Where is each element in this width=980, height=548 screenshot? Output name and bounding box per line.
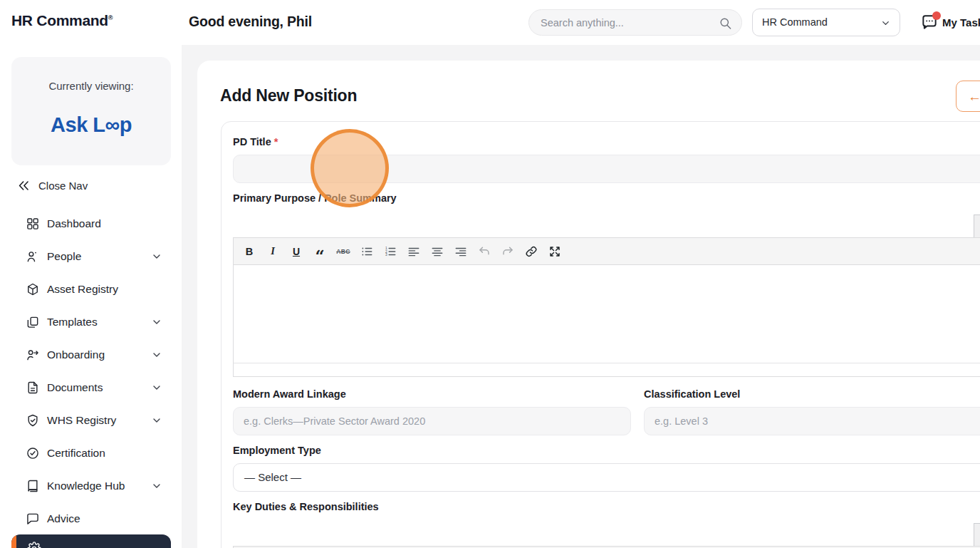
person-plus-icon	[26, 249, 40, 264]
sidebar-item-label: Asset Registry	[47, 283, 118, 296]
sidebar-item-label: People	[47, 250, 81, 263]
tasks-chat-icon	[920, 13, 940, 33]
employment-type-select[interactable]: — Select —	[233, 463, 980, 492]
key-duties-label: Key Duties & Responsibilities	[233, 501, 379, 512]
sidebar-item-label: WHS Registry	[47, 414, 116, 427]
sidebar-item-people[interactable]: People	[11, 240, 171, 273]
sidebar-item-dashboard[interactable]: Dashboard	[11, 207, 171, 240]
primary-purpose-editor: Visual B I U “ ABC 123	[233, 214, 980, 377]
shield-check-icon	[26, 413, 40, 428]
app-screen: HR Command® Good evening, Phil HR Comman…	[0, 0, 980, 548]
sidebar: Currently viewing: Ask L∞p Close Nav Das…	[11, 45, 171, 548]
my-tasks-label: My Tasks	[942, 16, 980, 29]
employment-type-label: Employment Type	[233, 445, 321, 456]
search-icon[interactable]	[719, 16, 732, 30]
bullet-list-button[interactable]	[355, 241, 378, 262]
active-indicator-bar	[11, 534, 16, 548]
sidebar-item-label: Certification	[47, 447, 105, 460]
sidebar-item-label: Dashboard	[47, 217, 101, 230]
my-tasks-button[interactable]: My Tasks	[920, 11, 980, 34]
blockquote-button[interactable]: “	[308, 245, 331, 267]
top-header: HR Command® Good evening, Phil HR Comman…	[0, 0, 980, 45]
cube-icon	[26, 282, 40, 296]
classification-level-input[interactable]	[644, 407, 980, 435]
modern-award-label: Modern Award Linkage	[233, 388, 346, 400]
chevron-down-icon	[880, 18, 891, 29]
sidebar-item-label: Documents	[47, 381, 103, 394]
sidebar-item-onboarding[interactable]: Onboarding	[11, 338, 171, 371]
sidebar-item-label: Knowledge Hub	[47, 480, 125, 492]
editor-visual-tab[interactable]: Visual	[974, 523, 980, 546]
bold-button[interactable]: B	[238, 241, 261, 262]
currently-viewing-card: Currently viewing: Ask L∞p	[11, 57, 171, 165]
arrow-left-icon: ←	[968, 89, 980, 104]
back-button[interactable]: ←	[956, 81, 980, 112]
page-title: Add New Position	[220, 86, 357, 105]
app-logo-text: HR Command	[11, 12, 108, 29]
app-switcher-select[interactable]: HR Command	[752, 9, 900, 36]
brand-logo: Ask L∞p	[11, 113, 171, 137]
sidebar-item-asset-registry[interactable]: Asset Registry	[11, 273, 171, 306]
chevron-down-icon[interactable]	[151, 316, 162, 328]
sidebar-item-label: Advice	[47, 512, 80, 525]
sidebar-item-active[interactable]	[11, 534, 171, 548]
sidebar-item-whs-registry[interactable]: WHS Registry	[11, 404, 171, 437]
italic-button[interactable]: I	[261, 241, 284, 262]
app-logo: HR Command®	[11, 12, 113, 29]
sidebar-item-certification[interactable]: Certification	[11, 437, 171, 470]
link-button[interactable]	[520, 241, 543, 262]
editor-visual-tab[interactable]: Visual	[974, 214, 980, 237]
ordered-list-button[interactable]: 123	[379, 241, 402, 262]
file-icon	[26, 381, 40, 395]
editor-toolbar: B I U “ ABC 123	[233, 237, 980, 265]
required-asterisk: *	[274, 136, 278, 148]
double-chevron-left-icon	[17, 179, 31, 192]
editor-statusbar	[233, 363, 980, 377]
gear-icon	[27, 542, 41, 548]
search-input[interactable]	[541, 10, 719, 35]
app-switcher-value: HR Command	[762, 16, 828, 28]
underline-button[interactable]: U	[285, 241, 308, 262]
editor-content-area[interactable]	[233, 265, 980, 363]
close-nav-label: Close Nav	[38, 180, 88, 192]
strikethrough-button[interactable]: ABC	[332, 241, 355, 262]
sidebar-item-documents[interactable]: Documents	[11, 371, 171, 404]
greeting-text: Good evening, Phil	[189, 14, 312, 30]
undo-button[interactable]	[473, 241, 496, 262]
classification-level-label: Classification Level	[644, 388, 740, 400]
nav-list: Dashboard People Asset Registry Template…	[11, 207, 171, 535]
add-position-form: PD Title * Primary Purpose / Role Summar…	[221, 121, 980, 548]
sidebar-item-knowledge-hub[interactable]: Knowledge Hub	[11, 470, 171, 502]
grid-icon	[26, 217, 40, 231]
chevron-down-icon[interactable]	[151, 480, 162, 492]
fullscreen-button[interactable]	[543, 241, 566, 262]
modern-award-input[interactable]	[233, 407, 631, 435]
content-card: Add New Position ← PD Title * Primary Pu…	[197, 61, 980, 548]
chat-icon	[26, 512, 40, 526]
align-center-button[interactable]	[426, 241, 449, 262]
currently-viewing-label: Currently viewing:	[11, 80, 171, 92]
chevron-down-icon[interactable]	[151, 382, 162, 393]
pd-title-input[interactable]	[233, 155, 980, 183]
key-duties-editor: Visual	[233, 523, 980, 548]
primary-purpose-label: Primary Purpose / Role Summary	[233, 192, 397, 204]
svg-text:3: 3	[385, 253, 387, 257]
sidebar-item-advice[interactable]: Advice	[11, 502, 171, 535]
align-left-button[interactable]	[402, 241, 425, 262]
circle-check-icon	[26, 446, 40, 460]
close-nav-button[interactable]: Close Nav	[16, 177, 165, 197]
person-arrow-icon	[26, 348, 40, 362]
redo-button[interactable]	[496, 241, 519, 262]
employment-type-value: — Select —	[244, 471, 301, 483]
chevron-down-icon[interactable]	[151, 251, 162, 262]
sidebar-item-label: Templates	[47, 316, 98, 329]
book-icon	[26, 479, 40, 493]
global-search	[528, 9, 742, 36]
copy-icon	[26, 315, 40, 329]
notification-badge	[932, 11, 941, 20]
chevron-down-icon[interactable]	[151, 415, 162, 426]
align-right-button[interactable]	[449, 241, 472, 262]
chevron-down-icon[interactable]	[151, 349, 162, 361]
sidebar-item-label: Onboarding	[47, 348, 105, 361]
sidebar-item-templates[interactable]: Templates	[11, 306, 171, 338]
